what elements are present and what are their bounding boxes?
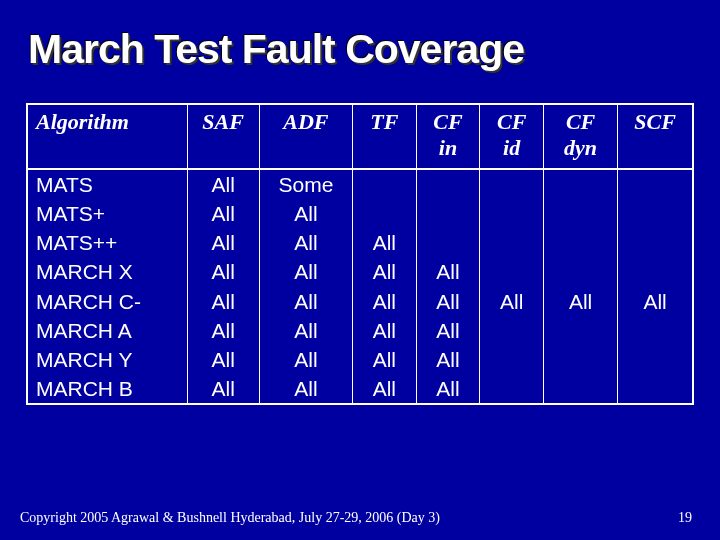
col-algorithm: Algorithm — [28, 105, 187, 169]
cell — [480, 374, 544, 403]
table-row: MATS++ All All All — [28, 228, 692, 257]
col-label: CF — [497, 109, 526, 134]
cell — [543, 199, 617, 228]
col-sublabel: in — [421, 135, 476, 161]
cell — [480, 199, 544, 228]
cell: All — [259, 199, 352, 228]
table-body: MATS All Some MATS+ All All MATS++ All A… — [28, 169, 692, 404]
cell: All — [416, 257, 480, 286]
cell: All — [416, 287, 480, 316]
col-cf-in: CF in — [416, 105, 480, 169]
cell — [543, 228, 617, 257]
cell — [480, 257, 544, 286]
cell-alg: MATS++ — [28, 228, 187, 257]
cell — [480, 228, 544, 257]
cell — [543, 169, 617, 199]
cell-alg: MARCH C- — [28, 287, 187, 316]
page-number: 19 — [678, 510, 692, 526]
cell: All — [187, 316, 259, 345]
cell: All — [187, 287, 259, 316]
cell: All — [187, 257, 259, 286]
cell — [480, 169, 544, 199]
cell — [543, 374, 617, 403]
col-label: SAF — [202, 109, 244, 134]
cell: All — [187, 228, 259, 257]
cell: All — [259, 228, 352, 257]
cell: All — [353, 374, 417, 403]
col-label: ADF — [283, 109, 328, 134]
cell — [480, 345, 544, 374]
cell — [618, 199, 692, 228]
cell — [618, 345, 692, 374]
cell: All — [259, 345, 352, 374]
col-cf-id: CF id — [480, 105, 544, 169]
col-label: CF — [566, 109, 595, 134]
table-row: MARCH B All All All All — [28, 374, 692, 403]
cell — [416, 228, 480, 257]
cell — [543, 257, 617, 286]
cell: All — [259, 374, 352, 403]
footer: Copyright 2005 Agrawal & Bushnell Hydera… — [20, 510, 700, 526]
cell — [543, 345, 617, 374]
cell: All — [187, 345, 259, 374]
cell: All — [480, 287, 544, 316]
title-text: March Test Fault Coverage — [28, 26, 524, 73]
cell: All — [353, 287, 417, 316]
cell-alg: MARCH Y — [28, 345, 187, 374]
cell: All — [259, 316, 352, 345]
cell: All — [543, 287, 617, 316]
cell — [353, 169, 417, 199]
cell — [480, 316, 544, 345]
col-label: Algorithm — [36, 109, 129, 134]
slide-title: March Test Fault Coverage March Test Fau… — [0, 0, 720, 73]
col-label: TF — [370, 109, 398, 134]
table-row: MARCH Y All All All All — [28, 345, 692, 374]
cell: All — [353, 257, 417, 286]
coverage-table: Algorithm SAF ADF TF CF in CF id — [28, 105, 692, 403]
cell: All — [416, 345, 480, 374]
cell: All — [353, 345, 417, 374]
cell: All — [353, 316, 417, 345]
col-adf: ADF — [259, 105, 352, 169]
cell-alg: MATS — [28, 169, 187, 199]
cell: All — [259, 287, 352, 316]
col-sublabel: id — [484, 135, 539, 161]
cell — [618, 228, 692, 257]
copyright-text: Copyright 2005 Agrawal & Bushnell Hydera… — [20, 510, 440, 525]
table-row: MARCH C- All All All All All All All — [28, 287, 692, 316]
cell — [416, 169, 480, 199]
col-tf: TF — [353, 105, 417, 169]
cell: All — [187, 169, 259, 199]
cell-alg: MARCH B — [28, 374, 187, 403]
table-row: MARCH A All All All All — [28, 316, 692, 345]
col-scf: SCF — [618, 105, 692, 169]
table-row: MATS All Some — [28, 169, 692, 199]
cell — [353, 199, 417, 228]
cell: All — [618, 287, 692, 316]
cell-alg: MATS+ — [28, 199, 187, 228]
cell — [618, 257, 692, 286]
col-cf-dyn: CF dyn — [543, 105, 617, 169]
cell: All — [187, 374, 259, 403]
cell — [618, 374, 692, 403]
cell — [416, 199, 480, 228]
col-label: SCF — [634, 109, 676, 134]
cell: All — [187, 199, 259, 228]
cell-alg: MARCH A — [28, 316, 187, 345]
col-sublabel: dyn — [548, 135, 613, 161]
table-row: MATS+ All All — [28, 199, 692, 228]
cell: All — [416, 316, 480, 345]
cell — [543, 316, 617, 345]
cell: All — [416, 374, 480, 403]
col-saf: SAF — [187, 105, 259, 169]
cell: All — [353, 228, 417, 257]
cell: Some — [259, 169, 352, 199]
table-row: MARCH X All All All All — [28, 257, 692, 286]
cell-alg: MARCH X — [28, 257, 187, 286]
cell — [618, 316, 692, 345]
col-label: CF — [433, 109, 462, 134]
cell: All — [259, 257, 352, 286]
table-header-row: Algorithm SAF ADF TF CF in CF id — [28, 105, 692, 169]
coverage-table-wrap: Algorithm SAF ADF TF CF in CF id — [26, 103, 694, 405]
cell — [618, 169, 692, 199]
